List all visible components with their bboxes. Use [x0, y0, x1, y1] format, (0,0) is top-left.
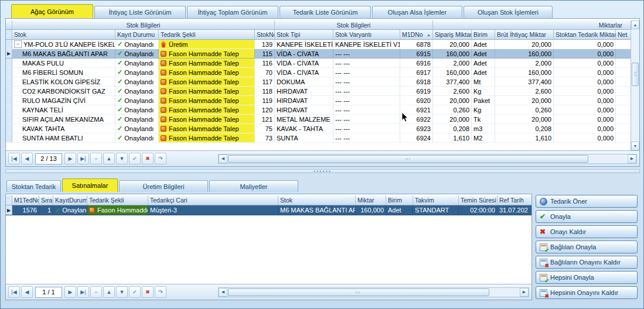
table-row[interactable]: ▶15761✓OnaylandıFason Hammadde TalepMüşt…: [6, 205, 531, 215]
cell-birim: Tk: [472, 115, 495, 124]
detail-horizontal-scrollbar-thumb[interactable]: [228, 289, 489, 296]
cancel-edit-button[interactable]: ✖: [142, 153, 154, 164]
detail-commit-edit-button[interactable]: ✔: [129, 286, 141, 298]
tree-collapse-icon[interactable]: [14, 40, 22, 48]
table-row[interactable]: ELASTİK KOLON GİPESİZ✓OnaylandıFason Ham…: [6, 77, 631, 87]
tab-ihtiyac-liste-gorunum[interactable]: İhtiyaç Liste Görünüm: [94, 6, 186, 18]
fason-icon: [161, 51, 166, 57]
prev-page-button[interactable]: ◀: [21, 153, 33, 164]
detail-refresh-button[interactable]: ↷: [155, 286, 166, 298]
scroll-up-icon[interactable]: ▲: [631, 20, 639, 29]
table-row[interactable]: M6 FİBERLİ SOMUN✓OnaylandıFason Hammadde…: [6, 68, 631, 77]
column-header[interactable]: Stok: [278, 195, 356, 205]
horizontal-scrollbar-thumb[interactable]: [228, 155, 588, 163]
edit-row-button[interactable]: ▲: [103, 153, 115, 164]
tedarik-oner-button[interactable]: Tedarik Öner: [536, 195, 638, 208]
column-header[interactable]: Stok Tipi: [275, 30, 333, 40]
horizontal-scrollbar[interactable]: ◀ ▶: [218, 154, 637, 164]
cell-m1dno: 6924: [400, 133, 433, 143]
column-header[interactable]: Kayıt Durumu: [115, 30, 159, 40]
onayi-kaldir-button[interactable]: Onayı Kaldır: [536, 225, 638, 238]
table-row[interactable]: YM-POLO 3'LÜ KANEPE İSKELE✓OnaylandıÜret…: [6, 40, 631, 49]
table-row[interactable]: RULO MAGAZİN ÇİVİ✓OnaylandıFason Hammadd…: [6, 96, 631, 105]
column-header[interactable]: Tedarik Şekli: [87, 195, 148, 205]
refresh-button[interactable]: ↷: [155, 153, 166, 164]
first-page-button[interactable]: |◀: [8, 153, 20, 164]
button-label: Onayı Kaldır: [550, 228, 586, 235]
splitter-handle[interactable]: ••••••: [5, 169, 640, 173]
column-header[interactable]: Brüt İhtiyaç Miktar: [495, 30, 554, 40]
row-indicator: ▶: [6, 205, 12, 215]
cell-siparis: 20,000: [433, 115, 472, 124]
baglilari-onayla-button[interactable]: Bağlıları Onayla: [536, 241, 638, 253]
nav-down-button[interactable]: ▼: [116, 153, 128, 164]
detail-last-page-button[interactable]: ▶|: [77, 286, 89, 298]
tab-tedarik-liste-gorunum[interactable]: Tedarik Liste Görünüm: [280, 6, 371, 18]
detail-prev-page-button[interactable]: ◀: [21, 286, 33, 298]
scroll-down-icon[interactable]: ▼: [631, 142, 639, 150]
column-header[interactable]: Birim: [386, 195, 413, 205]
next-page-button[interactable]: ▶: [64, 153, 76, 164]
tab-stoktan-tedarik[interactable]: Stoktan Tedarik: [6, 180, 61, 192]
cell-stoktan: 0,000: [554, 77, 616, 87]
scroll-left-icon[interactable]: ◀: [219, 154, 227, 163]
table-row[interactable]: KAYNAK TELİ✓OnaylandıFason Hammadde Tale…: [6, 105, 631, 115]
cell-m1dno: 6919: [400, 87, 433, 96]
column-header[interactable]: M1DNo▲: [400, 30, 433, 40]
vertical-scrollbar[interactable]: ▲ ▼: [631, 20, 639, 150]
hepsinin-onayini-kaldir-button[interactable]: Hepsinin Onayını Kaldır: [536, 286, 638, 299]
column-header[interactable]: Net: [616, 30, 631, 40]
commit-edit-button[interactable]: ✔: [129, 153, 141, 164]
cell-m1dno: 6917: [400, 68, 433, 77]
baglilarin-onayini-kaldir-button[interactable]: Bağlıların Onayını Kaldır: [536, 256, 638, 269]
detail-first-page-button[interactable]: |◀: [8, 286, 20, 298]
detail-scroll-left-icon[interactable]: ◀: [219, 288, 227, 297]
detail-edit-row-button[interactable]: ▲: [103, 286, 115, 298]
column-header[interactable]: StokNo: [255, 30, 275, 40]
column-header[interactable]: Birim: [472, 30, 495, 40]
column-header[interactable]: Temin Süresi: [459, 195, 498, 205]
tab-ihtiyac-toplam-gorunum[interactable]: İhtiyaç Toplam Görünüm: [187, 6, 278, 18]
column-header[interactable]: Sıra: [39, 195, 53, 205]
detail-nav-down-button[interactable]: ▼: [116, 286, 128, 298]
column-header[interactable]: Tedarikçi Cari: [148, 195, 278, 205]
hepsini-onayla-button[interactable]: Hepsini Onayla: [536, 271, 638, 284]
onayla-button[interactable]: Onayla: [536, 210, 638, 223]
last-page-button[interactable]: ▶|: [77, 153, 89, 164]
tab-uretim-bilgileri[interactable]: Üretim Bilgileri: [119, 180, 208, 192]
column-header[interactable]: Stoktan Tedarik Miktar: [554, 30, 616, 40]
tab-satinalmalar[interactable]: Satınalmalar: [62, 178, 118, 192]
vertical-scrollbar-thumb[interactable]: [632, 63, 639, 86]
column-header[interactable]: Tedarik Şekli: [159, 30, 255, 40]
column-header[interactable]: Miktar: [356, 195, 386, 205]
table-row[interactable]: SIFIR AÇILAN MEKANİZMA✓OnaylandıFason Ha…: [6, 115, 631, 124]
detail-cancel-edit-button[interactable]: ✖: [142, 286, 154, 298]
column-header-label: Brüt İhtiyaç Miktar: [497, 31, 546, 38]
table-row[interactable]: KAVAK TAHTA✓OnaylandıFason Hammadde Tale…: [6, 124, 631, 133]
column-header[interactable]: Stok Varyantı: [333, 30, 400, 40]
scroll-right-icon[interactable]: ▶: [628, 154, 636, 163]
cell-kayit: ✓Onaylandı: [115, 87, 159, 96]
detail-next-page-button[interactable]: ▶: [64, 286, 76, 298]
column-header[interactable]: Sipariş Miktar: [433, 30, 472, 40]
cell-net: [616, 77, 631, 87]
table-row[interactable]: MAKAS PULU✓OnaylandıFason Hammadde Talep…: [6, 59, 631, 68]
fason-icon: [161, 88, 166, 94]
column-header[interactable]: Ref Tarih: [498, 195, 531, 205]
detail-horizontal-scrollbar[interactable]: ◀ ▶: [218, 287, 529, 297]
column-header[interactable]: Stok: [12, 30, 115, 40]
column-header[interactable]: M1TedNo: [12, 195, 39, 205]
table-row[interactable]: CO2 KARBONDİOKSİT GAZ✓OnaylandıFason Ham…: [6, 87, 631, 96]
tab-maliyetler[interactable]: Maliyetler: [209, 180, 298, 192]
tab-agac-gorunum[interactable]: Ağaç Görünüm: [11, 4, 93, 18]
tab-olusan-stok-islemleri[interactable]: Oluşan Stok İşlemleri: [464, 6, 553, 18]
detail-scroll-right-icon[interactable]: ▶: [520, 288, 529, 297]
table-row[interactable]: SUNTA HAM EBATLI✓OnaylandıFason Hammadde…: [6, 133, 631, 143]
detail-delete-row-button[interactable]: −: [90, 286, 102, 298]
column-header[interactable]: Takvim: [413, 195, 459, 205]
tab-olusan-alsa-islemler[interactable]: Oluşan Alsa İşlemler: [372, 6, 462, 18]
table-row[interactable]: ▶M6 MAKAS BAĞLANTI APAR✓OnaylandıFason H…: [6, 49, 631, 59]
button-label: Bağlıları Onayla: [550, 243, 596, 250]
column-header[interactable]: KayıtDurumu: [53, 195, 87, 205]
delete-row-button[interactable]: −: [90, 153, 102, 164]
